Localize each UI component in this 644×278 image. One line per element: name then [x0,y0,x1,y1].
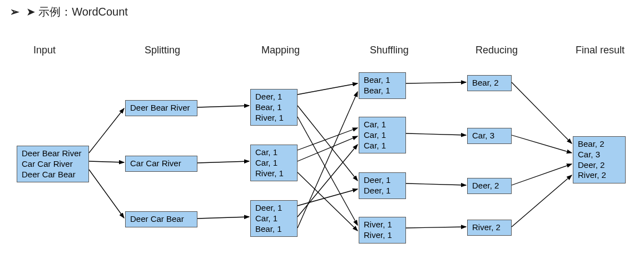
node-final: Bear, 2 Car, 3 Deer, 2 River, 2 [573,136,626,183]
shuffle-line: Car, 1 [364,130,401,141]
shuffle-line: Deer, 1 [364,175,401,186]
map-line: Car, 1 [255,214,293,224]
page-title: ➢ ➤ 示例：WordCount [10,4,128,19]
svg-line-2 [89,161,124,162]
svg-line-23 [512,175,572,227]
title-word: WordCount [72,6,128,18]
svg-line-9 [298,117,358,225]
map-line: Car, 1 [255,158,293,168]
stage-final: Final result [576,44,625,56]
map-line: Bear, 1 [255,102,293,113]
shuffle-line: Bear, 1 [364,75,401,86]
stage-splitting: Splitting [145,44,180,56]
node-map-1: Deer, 1 Bear, 1 River, 1 [250,89,298,126]
svg-line-3 [89,170,124,218]
map-line: Bear, 1 [255,224,293,235]
map-line: River, 1 [255,113,293,123]
node-shuffle-3: Deer, 1 Deer, 1 [359,172,406,199]
svg-line-7 [298,83,358,95]
svg-line-4 [197,106,249,107]
shuffle-line: River, 1 [364,220,401,230]
final-line: Bear, 2 [578,139,621,150]
node-input: Deer Bear River Car Car River Deer Car B… [17,146,89,182]
svg-line-5 [197,161,249,163]
node-reduce-2: Car, 3 [467,128,512,144]
svg-line-15 [298,92,358,228]
map-line: Deer, 1 [255,203,293,214]
shuffle-line: River, 1 [364,230,401,241]
node-reduce-1: Bear, 2 [467,75,512,91]
reduce-text: Deer, 2 [472,181,499,190]
chevron-icon: ➢ [10,6,19,18]
reduce-text: River, 2 [472,222,501,232]
node-split-1: Deer Bear River [125,100,197,116]
svg-line-6 [197,217,249,219]
map-line: Car, 1 [255,147,293,158]
arrows-layer [0,0,644,278]
svg-line-22 [512,164,572,185]
node-split-2: Car Car River [125,156,197,172]
final-line: Deer, 2 [578,160,621,171]
split-text: Deer Car Bear [130,214,184,224]
svg-line-21 [512,135,572,153]
input-line: Deer Car Bear [22,170,84,180]
svg-line-19 [406,227,466,228]
shuffle-line: Car, 1 [364,120,401,130]
svg-line-11 [298,136,358,161]
map-line: Deer, 1 [255,92,293,102]
shuffle-line: Deer, 1 [364,186,401,196]
shuffle-line: Bear, 1 [364,86,401,96]
final-line: Car, 3 [578,150,621,160]
svg-line-13 [298,189,358,206]
split-text: Car Car River [130,158,181,168]
input-line: Deer Bear River [22,148,84,159]
reduce-text: Car, 3 [472,131,494,140]
svg-line-18 [406,183,466,185]
stage-input: Input [33,44,56,56]
reduce-text: Bear, 2 [472,78,499,87]
node-map-3: Deer, 1 Car, 1 Bear, 1 [250,200,298,237]
node-shuffle-2: Car, 1 Car, 1 Car, 1 [359,117,406,153]
split-text: Deer Bear River [130,103,190,112]
node-shuffle-4: River, 1 River, 1 [359,217,406,244]
title-prefix: ➤ 示例： [26,6,72,18]
svg-line-10 [298,128,358,150]
stage-reducing: Reducing [475,44,518,56]
svg-line-12 [298,172,358,231]
node-map-2: Car, 1 Car, 1 River, 1 [250,145,298,181]
stage-shuffling: Shuffling [370,44,409,56]
node-reduce-3: Deer, 2 [467,178,512,194]
svg-line-17 [406,133,466,135]
node-split-3: Deer Car Bear [125,211,197,227]
node-shuffle-1: Bear, 1 Bear, 1 [359,72,406,99]
map-line: River, 1 [255,168,293,179]
shuffle-line: Car, 1 [364,141,401,151]
svg-line-8 [298,106,358,181]
svg-line-20 [512,82,572,143]
input-line: Car Car River [22,159,84,170]
node-reduce-4: River, 2 [467,220,512,236]
stage-mapping: Mapping [261,44,300,56]
svg-line-1 [89,108,124,153]
svg-line-16 [406,82,466,83]
svg-line-14 [298,145,358,217]
final-line: River, 2 [578,170,621,181]
